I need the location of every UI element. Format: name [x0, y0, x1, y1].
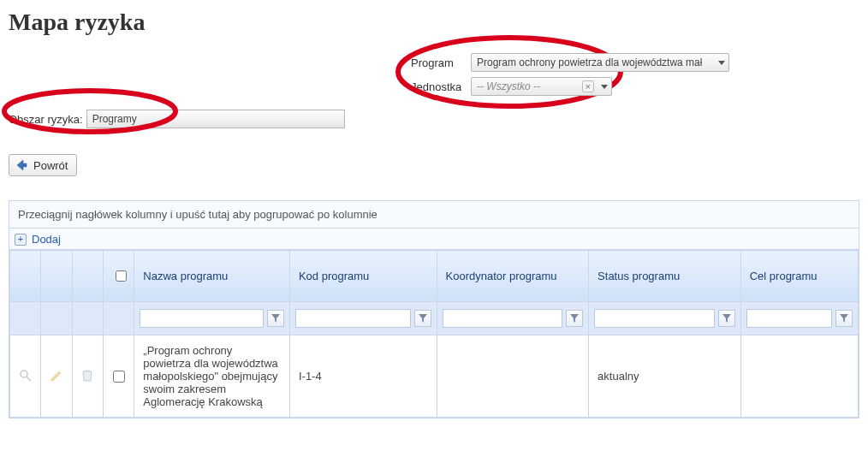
arrow-left-icon	[15, 158, 28, 172]
chevron-down-icon	[718, 61, 725, 65]
program-value: Program ochrony powietrza dla województw…	[477, 56, 702, 68]
column-header-view	[10, 251, 41, 302]
cell-koordynator	[437, 335, 589, 418]
filter-icon[interactable]	[718, 310, 735, 327]
view-icon[interactable]	[17, 367, 34, 384]
obszar-value: Programy	[92, 113, 137, 125]
filter-icon[interactable]	[267, 310, 284, 327]
column-header-edit	[41, 251, 72, 302]
svg-point-2	[21, 371, 27, 377]
back-button-label: Powrót	[33, 159, 68, 172]
row-select-checkbox[interactable]	[113, 371, 125, 383]
column-header-kod[interactable]: Kod programu	[289, 251, 437, 302]
delete-icon[interactable]	[79, 367, 96, 384]
filter-icon[interactable]	[414, 310, 431, 327]
column-header-select[interactable]	[103, 251, 134, 302]
page-title: Mapa ryzyka	[9, 9, 859, 36]
jednostka-dropdown[interactable]: -- Wszystko -- ×	[471, 77, 612, 96]
column-header-status[interactable]: Status programu	[589, 251, 741, 302]
filter-input-cel[interactable]	[746, 309, 832, 328]
add-button-label: Dodaj	[32, 233, 61, 246]
edit-icon[interactable]	[48, 367, 65, 384]
filter-input-kod[interactable]	[295, 309, 411, 328]
obszar-label: Obszar ryzyka:	[9, 113, 83, 126]
cell-status: aktualny	[589, 335, 741, 418]
group-by-hint[interactable]: Przeciągnij nagłówek kolumny i upuść tut…	[9, 201, 859, 229]
filter-icon[interactable]	[835, 310, 853, 327]
table-row: „Program ochrony powietrza dla województ…	[10, 335, 859, 418]
cell-kod: I-1-4	[289, 335, 437, 418]
data-grid: Przeciągnij nagłówek kolumny i upuść tut…	[9, 200, 859, 418]
jednostka-label: Jednostka	[411, 80, 471, 93]
column-header-cel[interactable]: Cel programu	[740, 251, 858, 302]
program-label: Program	[411, 56, 471, 69]
column-header-koordynator[interactable]: Koordynator programu	[437, 251, 589, 302]
jednostka-placeholder: -- Wszystko --	[477, 80, 540, 92]
cell-nazwa: „Program ochrony powietrza dla województ…	[134, 335, 290, 418]
obszar-dropdown[interactable]: Programy	[86, 110, 345, 128]
filter-icon[interactable]	[566, 310, 583, 327]
filter-input-koordynator[interactable]	[443, 309, 563, 328]
column-header-nazwa[interactable]: Nazwa programu	[134, 251, 290, 302]
back-button[interactable]: Powrót	[9, 154, 77, 176]
filter-input-nazwa[interactable]	[140, 309, 264, 328]
chevron-down-icon	[601, 85, 608, 89]
program-dropdown[interactable]: Program ochrony powietrza dla województw…	[471, 53, 729, 72]
column-header-delete	[72, 251, 103, 302]
select-all-checkbox[interactable]	[116, 270, 127, 282]
cell-cel	[740, 335, 858, 418]
add-button[interactable]: + Dodaj	[15, 233, 61, 246]
clear-icon[interactable]: ×	[582, 80, 594, 92]
plus-icon: +	[15, 234, 27, 246]
filter-input-status[interactable]	[594, 309, 715, 328]
svg-line-3	[27, 377, 31, 381]
